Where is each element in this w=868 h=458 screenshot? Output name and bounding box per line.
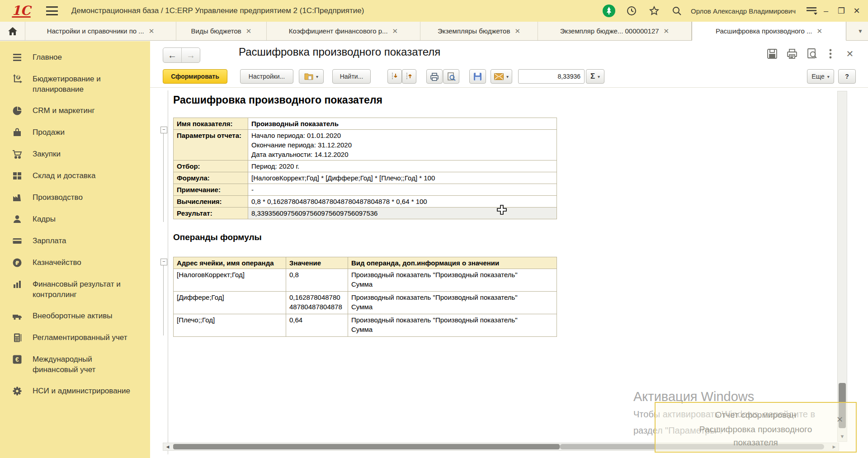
info-label[interactable]: Формула: [174, 172, 248, 184]
info-label[interactable]: Отбор: [174, 161, 248, 172]
sidebar-item-financial-result[interactable]: Финансовый результат и контроллинг [0, 274, 150, 305]
tab-close-icon[interactable]: ✕ [514, 27, 520, 35]
tab-close-icon[interactable]: ✕ [149, 27, 155, 35]
print-button[interactable] [426, 69, 443, 84]
save-result-button[interactable] [469, 69, 486, 84]
info-value[interactable]: Период: 2020 г. [248, 161, 557, 172]
sidebar-item-regulated-accounting[interactable]: Регламентированный учет [0, 327, 150, 349]
operand-address[interactable]: [Диффере;Год] [174, 292, 286, 314]
history-icon[interactable] [625, 4, 638, 18]
favorites-star-icon[interactable] [647, 4, 661, 18]
column-header[interactable]: Вид операнда, доп.информация о значении [348, 257, 557, 269]
help-button[interactable]: ? [838, 69, 856, 84]
forward-button[interactable]: → [181, 48, 200, 62]
sidebar-item-warehouse[interactable]: Склад и доставка [0, 165, 150, 187]
tab-financial-coefficient[interactable]: Коэффициент финансового р...✕ [267, 22, 420, 40]
info-label[interactable]: Параметры отчета: [174, 130, 248, 161]
collapse-groups-button[interactable] [387, 69, 402, 84]
functions-menu-icon[interactable] [805, 4, 818, 18]
tab-close-icon[interactable]: ✕ [392, 27, 398, 35]
operand-kind[interactable]: Производный показатель "Производный пока… [348, 269, 557, 292]
generate-button[interactable]: Сформировать [163, 69, 227, 84]
sidebar-item-sales[interactable]: Продажи [0, 122, 150, 143]
back-button[interactable]: ← [163, 48, 181, 62]
notification-toast[interactable]: Отчет сформирован Расшифровка производно… [655, 402, 857, 453]
cart-icon [12, 149, 24, 160]
collapse-group-1-button[interactable]: − [160, 127, 167, 133]
tab-home[interactable] [0, 22, 25, 40]
window-close-button[interactable]: ✕ [849, 6, 864, 16]
sidebar-item-nsi-administration[interactable]: НСИ и администрирование [0, 380, 150, 402]
expand-groups-button[interactable] [402, 69, 416, 84]
search-icon[interactable] [670, 4, 684, 18]
sidebar-item-production[interactable]: Производство [0, 187, 150, 208]
tab-budget-types[interactable]: Виды бюджетов✕ [176, 22, 267, 40]
window-restore-button[interactable]: ❐ [834, 6, 849, 16]
sidebar-item-hr[interactable]: Кадры [0, 208, 150, 230]
sidebar-item-noncurrent-assets[interactable]: Внеоборотные активы [0, 305, 150, 327]
send-email-button[interactable]: ▾ [491, 69, 512, 84]
more-menu-kebab-icon[interactable] [826, 47, 835, 61]
operand-value[interactable]: 0,162878048780 48780487804878 [286, 292, 348, 314]
info-label[interactable]: Вычисления: [174, 196, 248, 208]
sidebar-item-purchasing[interactable]: Закупки [0, 143, 150, 165]
info-value[interactable]: - [248, 184, 557, 196]
support-center-icon[interactable] [602, 4, 616, 18]
tab-bar: Настройки и справочники по ...✕ Виды бюд… [0, 22, 868, 41]
collapse-groups-icon [391, 72, 399, 80]
sidebar-item-international-accounting[interactable]: € Международный финансовый учет [0, 349, 150, 380]
collapse-group-2-button[interactable]: − [160, 259, 167, 265]
current-user[interactable]: Орлов Александр Владимирович [691, 7, 796, 15]
main-menu-icon[interactable] [46, 6, 58, 15]
operand-kind[interactable]: Производный показатель "Производный пока… [348, 314, 557, 337]
window-minimize-button[interactable]: – [818, 6, 834, 16]
sidebar-item-main[interactable]: Главное [0, 47, 150, 68]
sidebar-item-salary[interactable]: Зарплата [0, 230, 150, 252]
tab-derived-indicator-active[interactable]: Расшифровка производного ...✕ [692, 22, 846, 41]
info-value[interactable]: 0,8 * 0,1628780487804878048780487804878 … [248, 196, 557, 208]
sum-value-field[interactable] [518, 69, 585, 84]
tab-settings-directories[interactable]: Настройки и справочники по ...✕ [25, 22, 176, 40]
autosum-button[interactable]: Σ ▾ [586, 69, 604, 84]
info-label[interactable]: Результат: [174, 208, 248, 219]
table-row: [Диффере;Год] 0,162878048780 48780487804… [174, 292, 557, 314]
tab-close-icon[interactable]: ✕ [817, 27, 823, 35]
column-header[interactable]: Адрес ячейки, имя операнда [174, 257, 286, 269]
vertical-scrollbar[interactable]: ▼ [837, 91, 847, 442]
column-header[interactable]: Значение [286, 257, 348, 269]
sidebar-item-crm[interactable]: CRM и маркетинг [0, 100, 150, 122]
notification-body: Расшифровка производного показателя [656, 423, 856, 449]
info-value[interactable]: Начало периода: 01.01.2020 Окончание пер… [248, 130, 557, 161]
result-value-selected-cell[interactable]: 8,33935609756097560975609756097536 [248, 208, 557, 219]
info-label[interactable]: Имя показателя: [174, 118, 248, 130]
operand-value[interactable]: 0,8 [286, 269, 348, 292]
horizontal-scrollbar-thumb[interactable] [173, 444, 560, 449]
tab-budget-instance-127[interactable]: Экземпляр бюдже... 000000127✕ [538, 22, 692, 40]
operand-value[interactable]: 0,64 [286, 314, 348, 337]
sidebar-item-treasury[interactable]: ₽ Казначейство [0, 252, 150, 274]
menu-icon [12, 52, 24, 63]
print-preview-button[interactable] [443, 69, 459, 84]
operand-kind[interactable]: Производный показатель "Производный пока… [348, 292, 557, 314]
tab-list-dropdown-icon[interactable]: ▼ [853, 22, 868, 40]
more-button[interactable]: Еще▾ [807, 69, 834, 84]
operand-address[interactable]: [НалоговКоррект;Год] [174, 269, 286, 292]
tab-budget-instances[interactable]: Экземпляры бюджетов✕ [420, 22, 538, 40]
info-value[interactable]: [НалоговКоррект;Год] * [Диффере;Год] * [… [248, 172, 557, 184]
save-icon[interactable] [765, 47, 779, 61]
report-variants-button[interactable]: ▾ [299, 69, 324, 84]
notification-close-icon[interactable]: ✕ [836, 415, 843, 425]
tab-close-icon[interactable]: ✕ [246, 27, 252, 35]
info-label[interactable]: Примечание: [174, 184, 248, 196]
tab-close-icon[interactable]: ✕ [664, 27, 670, 35]
preview-icon[interactable] [805, 47, 819, 61]
find-button[interactable]: Найти... [332, 69, 371, 84]
print-icon[interactable] [785, 47, 799, 61]
settings-button[interactable]: Настройки... [240, 69, 293, 84]
sidebar-item-budgeting[interactable]: ₽ Бюджетирование и планирование [0, 68, 150, 100]
scroll-left-arrow-icon[interactable]: ◄ [163, 443, 172, 450]
close-report-icon[interactable]: ✕ [843, 47, 857, 61]
ruble-circle-icon: ₽ [12, 257, 24, 268]
operand-address[interactable]: [Плечо;;Год] [174, 314, 286, 337]
info-value[interactable]: Производный показатель [248, 118, 557, 130]
